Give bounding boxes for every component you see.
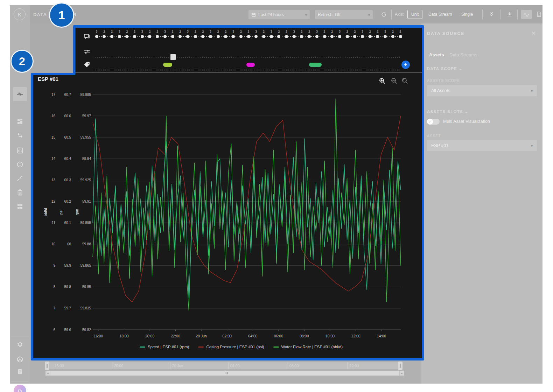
legend-item[interactable]: Casing Pressure | ESP #01 (psi) [198,345,264,349]
asset-select[interactable]: ESP #01 ▾ [427,140,537,151]
comment-marker[interactable] [247,35,250,38]
comment-marker[interactable] [194,35,197,38]
axis-option-single[interactable]: Single [458,10,476,19]
sidebar-item-data-explorer-icon[interactable] [16,91,23,98]
close-icon[interactable]: ✕ [531,30,536,36]
tab-data-streams[interactable]: Data Streams [449,52,477,57]
sidebar-divider [11,381,29,382]
assets-scope-select[interactable]: All Assets ▾ [427,85,537,96]
comment-marker[interactable] [361,35,364,38]
comment-marker[interactable] [110,35,113,38]
brand-logo-icon[interactable]: K [14,8,26,20]
comment-marker[interactable] [384,35,387,38]
collapse-tracks-button[interactable] [486,10,496,19]
comment-marker[interactable] [118,35,121,38]
section-assets-slots[interactable]: ASSETS SLOTS ⌄ [427,109,468,114]
multi-asset-toggle[interactable]: ✓ [427,119,440,125]
time-range-select[interactable]: Last 24 hours ▾ [248,10,310,19]
zoom-reset-icon[interactable] [401,77,408,84]
scroll-left-button[interactable]: ◂ [46,371,50,376]
series-line[interactable] [93,99,401,310]
refresh-now-button[interactable] [379,10,388,19]
comment-marker[interactable] [141,35,144,38]
comment-marker[interactable] [353,35,356,38]
comment-marker[interactable] [330,35,334,38]
comment-marker[interactable] [399,35,402,38]
sidebar-item-analytics-icon[interactable] [16,147,23,154]
time-series-chart[interactable]: 1760.759.9851660.659.971560.559.9551460.… [33,88,422,343]
comment-marker[interactable] [323,35,326,38]
comment-marker[interactable] [262,35,265,38]
axis-option-data-stream[interactable]: Data Stream [425,10,455,19]
add-annotation-button[interactable]: + [401,61,410,69]
comment-marker[interactable] [95,35,98,38]
axis-option-unit[interactable]: Unit [407,10,422,19]
legend-item[interactable]: Water Flow Rate | ESP #01 (bbl/d) [273,345,343,349]
tab-assets[interactable]: Assets [429,52,444,57]
comment-marker[interactable] [346,35,349,38]
comment-marker[interactable] [338,35,341,38]
horizontal-scrollbar[interactable]: ◂ ▸ [46,371,404,376]
comment-marker[interactable] [254,35,258,38]
tags-track-icon[interactable] [84,61,91,68]
comment-marker[interactable] [171,35,174,38]
comment-marker[interactable] [293,35,296,38]
legend-swatch [140,346,145,348]
sidebar-item-docs-icon[interactable] [16,368,23,375]
comment-marker[interactable] [133,35,136,38]
comment-marker[interactable] [148,35,151,38]
comment-marker[interactable] [163,35,167,38]
user-avatar[interactable]: D [14,385,26,392]
timeline-bar[interactable]: 16:0020:0020 Jun04:0008:0012:00 [46,362,402,369]
trend-mode-button[interactable] [521,10,532,19]
comment-marker[interactable] [277,35,280,38]
sidebar-item-compare-icon[interactable] [16,132,23,139]
comment-marker[interactable] [232,35,235,38]
comment-count: 2 [103,29,105,33]
timeline-left-handle[interactable] [45,362,49,370]
report-button[interactable] [534,10,544,19]
y-tick-label: 59.85 [82,285,91,289]
legend-swatch [198,346,204,348]
comment-marker[interactable] [156,35,159,38]
comments-track-icon[interactable] [84,33,91,40]
comment-marker[interactable] [300,35,303,38]
comment-marker[interactable] [217,35,220,38]
comment-marker[interactable] [308,35,311,38]
tag-marker[interactable] [309,63,322,67]
zoom-in-icon[interactable] [379,77,386,84]
sidebar-item-assets-icon[interactable] [16,161,23,168]
condition-marker[interactable] [170,54,176,60]
scrollbar-thumb[interactable] [50,371,399,376]
comment-marker[interactable] [125,35,128,38]
comment-marker[interactable] [186,35,189,38]
sidebar-item-reports-icon[interactable] [16,189,23,196]
sidebar-item-routines-icon[interactable] [16,175,23,182]
refresh-select[interactable]: Refresh: Off ▾ [315,10,373,19]
comment-marker[interactable] [201,35,204,38]
comment-marker[interactable] [315,35,318,38]
comment-marker[interactable] [285,35,288,38]
comment-marker[interactable] [103,35,106,38]
comment-marker[interactable] [224,35,227,38]
comment-marker[interactable] [376,35,379,38]
comment-marker[interactable] [209,35,212,38]
comment-marker[interactable] [369,35,372,38]
tag-marker[interactable] [163,63,172,67]
sidebar-item-dashboards-icon[interactable] [16,118,23,125]
comment-marker[interactable] [178,35,182,38]
zoom-out-icon[interactable] [391,77,398,84]
sidebar-item-apps-icon[interactable] [16,203,23,210]
sidebar-item-devices-icon[interactable] [16,341,23,348]
comment-marker[interactable] [391,35,394,38]
legend-item[interactable]: Speed | ESP #01 (rpm) [140,345,189,349]
conditions-track-icon[interactable] [84,48,91,55]
download-button[interactable] [505,10,514,19]
tag-marker[interactable] [246,63,255,67]
section-data-scope[interactable]: DATA SCOPE ⌄ [427,66,462,71]
scroll-right-button[interactable]: ▸ [400,371,404,376]
comment-marker[interactable] [270,35,273,38]
comment-marker[interactable] [239,35,243,38]
timeline-right-handle[interactable] [398,362,402,370]
sidebar-item-integrations-icon[interactable] [16,356,23,363]
